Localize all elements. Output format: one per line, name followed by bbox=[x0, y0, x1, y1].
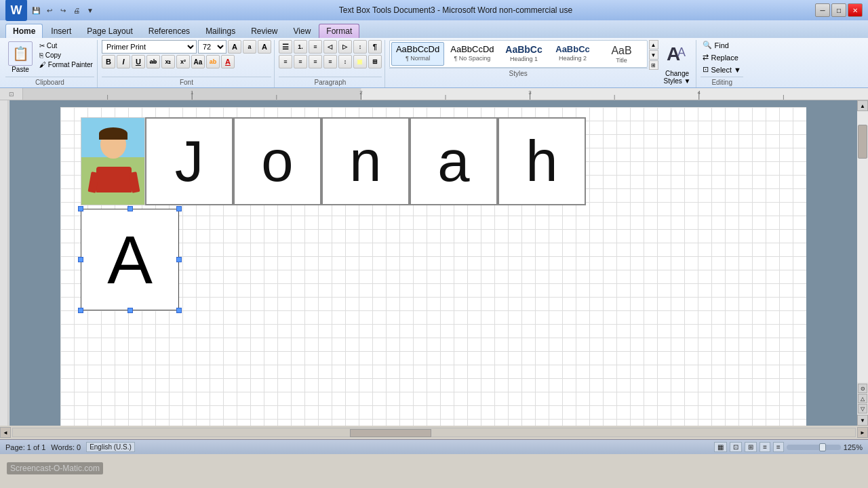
handle-top-left[interactable] bbox=[78, 206, 83, 211]
tab-view[interactable]: View bbox=[286, 24, 319, 38]
zoom-thumb[interactable] bbox=[819, 443, 826, 451]
font-color-button[interactable]: A bbox=[221, 55, 235, 68]
underline-button[interactable]: U bbox=[132, 55, 145, 68]
tab-home[interactable]: Home bbox=[5, 24, 43, 38]
handle-top-right[interactable] bbox=[176, 206, 182, 211]
line-spacing-button[interactable]: ↕ bbox=[338, 55, 352, 68]
change-case-button[interactable]: Aa bbox=[191, 55, 205, 68]
status-bar-right: ▦ ⊡ ⊞ ≡ ≡ 125% bbox=[714, 442, 863, 452]
print-layout-button[interactable]: ▦ bbox=[714, 442, 727, 452]
scroll-thumb[interactable] bbox=[858, 125, 867, 159]
format-painter-button[interactable]: 🖌 Format Painter bbox=[38, 60, 94, 69]
superscript-button[interactable]: x² bbox=[176, 55, 190, 68]
sort-button[interactable]: ↕ bbox=[353, 40, 367, 54]
hscroll-thumb[interactable] bbox=[350, 429, 431, 437]
align-right-button[interactable]: ≡ bbox=[309, 55, 322, 68]
scroll-up-button[interactable]: ▲ bbox=[857, 100, 868, 111]
justify-button[interactable]: ≡ bbox=[323, 55, 337, 68]
page-info: Page: 1 of 1 bbox=[5, 443, 45, 451]
multilevel-button[interactable]: ≡ bbox=[309, 40, 322, 54]
bold-button[interactable]: B bbox=[102, 55, 115, 68]
tab-references[interactable]: References bbox=[141, 24, 197, 38]
handle-mid-right[interactable] bbox=[176, 257, 182, 262]
highlight-button[interactable]: ab bbox=[206, 55, 220, 68]
more-quick-access[interactable]: ▼ bbox=[84, 4, 96, 16]
shrink-font-button[interactable]: a bbox=[243, 40, 256, 54]
find-button[interactable]: 🔍 Find bbox=[701, 40, 730, 50]
web-layout-button[interactable]: ⊞ bbox=[745, 442, 757, 452]
hscroll-left-button[interactable]: ◄ bbox=[0, 427, 11, 438]
word-app-icon: W bbox=[5, 0, 27, 21]
style-no-spacing-label: ¶ No Spacing bbox=[454, 55, 490, 62]
clipboard-group: 📋 Paste ✂ Cut ⎘ Copy 🖌 Format Painter Cl… bbox=[3, 40, 98, 87]
strikethrough-button[interactable]: ab bbox=[146, 55, 160, 68]
find-label: Find bbox=[714, 41, 728, 49]
indent-button[interactable]: ▷ bbox=[338, 40, 352, 54]
photo-box bbox=[81, 117, 145, 205]
replace-button[interactable]: ⇄ Replace bbox=[701, 52, 740, 62]
redo-button[interactable]: ↪ bbox=[57, 4, 69, 16]
change-styles-button[interactable]: A A ChangeStyles ▼ bbox=[661, 40, 694, 86]
align-left-button[interactable]: ≡ bbox=[279, 55, 292, 68]
styles-scroll-up[interactable]: ▲ bbox=[649, 40, 658, 49]
zoom-slider[interactable] bbox=[787, 445, 841, 450]
paragraph-group: ☰ 1. ≡ ◁ ▷ ↕ ¶ ≡ ≡ ≡ ≡ ↕ ▣ ⊞ P bbox=[276, 40, 385, 87]
outdent-button[interactable]: ◁ bbox=[323, 40, 337, 54]
show-hide-button[interactable]: ¶ bbox=[368, 40, 382, 54]
scroll-extra-1[interactable]: ⊙ bbox=[858, 384, 867, 393]
cut-button[interactable]: ✂ Cut bbox=[38, 41, 94, 50]
undo-button[interactable]: ↩ bbox=[43, 4, 56, 16]
subscript-button[interactable]: x₂ bbox=[161, 55, 175, 68]
font-name-dropdown[interactable]: Primer Print bbox=[102, 40, 197, 54]
draft-button[interactable]: ≡ bbox=[773, 442, 784, 452]
maximize-button[interactable]: □ bbox=[831, 3, 846, 17]
handle-bottom-center[interactable] bbox=[127, 308, 133, 313]
style-heading2[interactable]: AaBbCc Heading 2 bbox=[549, 42, 597, 66]
outline-button[interactable]: ≡ bbox=[760, 442, 770, 452]
tab-mailings[interactable]: Mailings bbox=[198, 24, 243, 38]
full-screen-button[interactable]: ⊡ bbox=[730, 442, 742, 452]
select-button[interactable]: ⊡ Select ▼ bbox=[701, 64, 743, 75]
minimize-button[interactable]: ─ bbox=[815, 3, 830, 17]
ruler-corner[interactable]: ⊡ bbox=[0, 88, 23, 100]
style-heading1[interactable]: AaBbCc Heading 1 bbox=[500, 42, 548, 66]
handle-bottom-right[interactable] bbox=[176, 308, 182, 313]
handle-bottom-left[interactable] bbox=[78, 308, 83, 313]
selected-letter-box[interactable]: A bbox=[81, 209, 179, 310]
right-scrollbar: ▲ ⊙ △ ▽ ▼ bbox=[857, 100, 868, 426]
svg-text:3: 3 bbox=[528, 89, 532, 96]
scroll-extra-2[interactable]: △ bbox=[858, 394, 867, 403]
close-button[interactable]: ✕ bbox=[848, 3, 863, 17]
align-center-button[interactable]: ≡ bbox=[294, 55, 307, 68]
save-button[interactable]: 💾 bbox=[30, 4, 42, 16]
copy-button[interactable]: ⎘ Copy bbox=[38, 51, 94, 60]
styles-expand[interactable]: ⊞ bbox=[649, 60, 658, 70]
tab-format[interactable]: Format bbox=[319, 24, 359, 38]
tab-page-layout[interactable]: Page Layout bbox=[79, 24, 140, 38]
italic-button[interactable]: I bbox=[117, 55, 130, 68]
svg-text:1: 1 bbox=[191, 89, 194, 96]
bullets-button[interactable]: ☰ bbox=[279, 40, 292, 54]
shading-button[interactable]: ▣ bbox=[353, 55, 367, 68]
hscroll-right-button[interactable]: ► bbox=[857, 427, 868, 438]
style-no-spacing[interactable]: AaBbCcDd ¶ No Spacing bbox=[446, 42, 498, 66]
scroll-down-button[interactable]: ▼ bbox=[857, 415, 868, 426]
language-button[interactable]: English (U.S.) bbox=[86, 442, 135, 452]
scroll-extra-3[interactable]: ▽ bbox=[858, 404, 867, 413]
font-size-dropdown[interactable]: 72 bbox=[198, 40, 226, 54]
document-canvas[interactable]: J o n a h A bbox=[9, 100, 857, 426]
tab-review[interactable]: Review bbox=[243, 24, 285, 38]
clear-format-button[interactable]: A bbox=[258, 40, 271, 54]
handle-mid-left[interactable] bbox=[78, 257, 83, 262]
numbering-button[interactable]: 1. bbox=[294, 40, 307, 54]
print-button[interactable]: 🖨 bbox=[71, 4, 83, 16]
tab-insert[interactable]: Insert bbox=[43, 24, 79, 38]
style-normal[interactable]: AaBbCcDd ¶ Normal bbox=[391, 42, 444, 66]
grow-font-button[interactable]: A bbox=[228, 40, 241, 54]
borders-button[interactable]: ⊞ bbox=[368, 55, 382, 68]
style-no-spacing-preview: AaBbCcDd bbox=[450, 44, 494, 55]
handle-top-center[interactable] bbox=[127, 206, 133, 211]
styles-scroll-down[interactable]: ▼ bbox=[649, 50, 658, 60]
style-title[interactable]: AaB Title bbox=[598, 42, 646, 66]
paste-button[interactable]: 📋 Paste bbox=[5, 40, 35, 75]
